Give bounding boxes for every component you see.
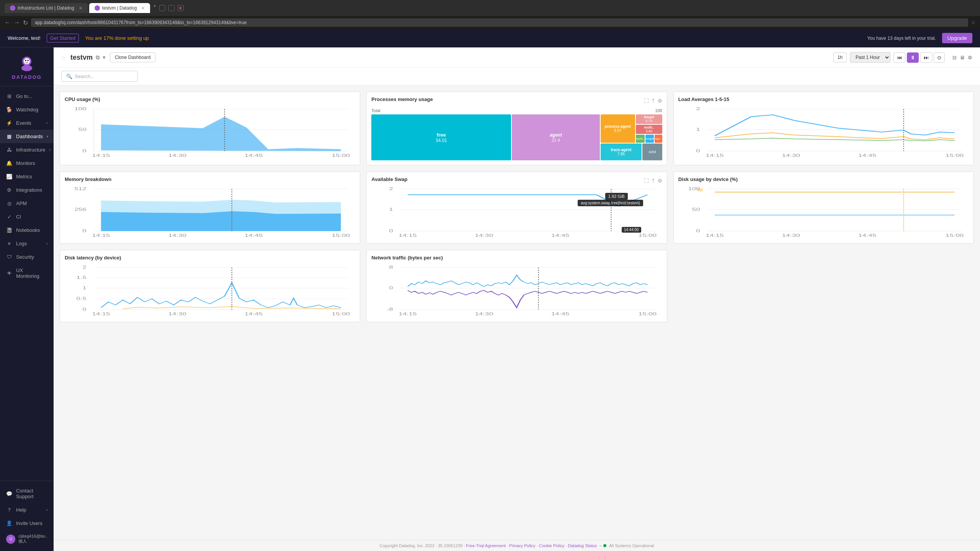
time-shortcut-button[interactable]: 1h (833, 52, 847, 62)
svg-text:14:15: 14:15 (399, 312, 417, 316)
svg-text:15:00: 15:00 (639, 312, 657, 316)
svg-text:50: 50 (78, 127, 87, 132)
svg-text:14:30: 14:30 (168, 312, 186, 316)
sidebar-item-notebooks[interactable]: 📓 Notebooks (0, 223, 54, 237)
forward-button[interactable]: → (14, 19, 20, 26)
view-icons: ⊟ 🖥 ⚙ (952, 55, 972, 60)
treemap-value-trace-agent: 7.86 (617, 152, 625, 156)
share-swap-icon[interactable]: ⇡ (651, 178, 655, 184)
sidebar-item-security[interactable]: 🛡 Security (0, 250, 54, 264)
sidebar-label-apm: APM (16, 201, 27, 206)
widget-available-swap: Available Swap ⛶ ⇡ ⚙ (366, 171, 667, 244)
sidebar-item-events[interactable]: ⚡ Events › (0, 116, 54, 130)
widget-processes-memory: Processes memory usage ⛶ ⇡ ⚙ Total 100 (366, 91, 667, 165)
sidebar-item-ux-monitoring[interactable]: 👁 UX Monitoring (0, 264, 54, 283)
search-icon: 🔍 (66, 73, 72, 79)
config-icon[interactable]: ⚙ (658, 98, 662, 104)
sidebar-label-metrics: Metrics (16, 174, 32, 179)
search-input[interactable]: 🔍 Search... (61, 71, 138, 82)
widget-chart-memory-breakdown[interactable]: 512 256 0 14:15 14:30 14:45 (65, 185, 355, 239)
monitor-view-icon[interactable]: 🖥 (960, 55, 965, 60)
sidebar-item-integrations[interactable]: ⚙ Integrations (0, 183, 54, 197)
sidebar-item-help[interactable]: ? Help › (0, 503, 54, 517)
widget-title-disk-usage: Disk usage by device (%) (678, 176, 969, 182)
sidebar-item-goto[interactable]: ⊞ Go to... (0, 90, 54, 103)
svg-text:1: 1 (82, 286, 87, 290)
footer-free-trial-link[interactable]: Free-Trial Agreement (466, 543, 506, 548)
topbar-setup-text: You are 17% done setting up (85, 35, 149, 41)
svg-text:14:30: 14:30 (168, 233, 186, 238)
svg-text:50: 50 (692, 207, 700, 212)
widget-chart-disk-latency[interactable]: 2 1.5 1 0.5 0 14:15 (65, 264, 355, 317)
close-button[interactable]: ✕ (178, 5, 184, 11)
bookmark-icon[interactable]: ☆ (971, 20, 975, 25)
expand-swap-icon[interactable]: ⛶ (644, 178, 649, 184)
sidebar-item-infrastructure[interactable]: 🖧 Infrastructure › (0, 143, 54, 156)
svg-text:14:45: 14:45 (245, 233, 263, 238)
events-chevron-icon: › (46, 121, 47, 125)
treemap-container: free 34.01 agent 21.4 (371, 114, 662, 160)
svg-text:8: 8 (389, 265, 394, 269)
footer-privacy-link[interactable]: Privacy Policy (509, 543, 535, 548)
sidebar-item-contact-support[interactable]: 💬 Contact Support (0, 484, 54, 503)
sidebar-item-invite-users[interactable]: 👤 Invite Users (0, 517, 54, 530)
settings-icon[interactable]: ⚙ (968, 55, 972, 60)
sidebar-item-logs[interactable]: ≡ Logs › (0, 237, 54, 250)
sidebar-item-watchdog[interactable]: 🐕 Watchdog (0, 103, 54, 116)
back-button[interactable]: ← (5, 19, 11, 26)
time-live-button[interactable]: ⊙ (934, 52, 945, 63)
star-icon[interactable]: ☆ (61, 55, 66, 60)
sidebar-label-invite-users: Invite Users (16, 520, 42, 526)
time-pause-button[interactable]: ⏸ (907, 52, 919, 63)
svg-text:14:45: 14:45 (245, 312, 263, 316)
widget-chart-available-swap[interactable]: 2 1 0 (371, 185, 662, 239)
address-bar[interactable] (31, 18, 968, 27)
config-swap-icon[interactable]: ⚙ (658, 178, 662, 184)
treemap-label-multi: multi.. (644, 126, 654, 129)
copy-icon[interactable]: ⧉ (96, 54, 100, 61)
tab-infrastructure[interactable]: Infrastructure List | Datadog ✕ (5, 3, 88, 13)
topbar-get-started[interactable]: Get Started (47, 34, 79, 42)
sidebar-item-ci[interactable]: ✓ CI (0, 210, 54, 223)
goto-icon: ⊞ (6, 93, 12, 99)
minimize-button[interactable]: — (159, 5, 165, 11)
grid-view-icon[interactable]: ⊟ (952, 55, 957, 60)
events-icon: ⚡ (6, 120, 12, 126)
dashboards-icon: ▦ (6, 134, 12, 139)
new-tab-button[interactable]: + (153, 3, 156, 13)
clone-dashboard-button[interactable]: Clone Dashboard (110, 52, 155, 62)
footer-cookie-link[interactable]: Cookie Policy (539, 543, 565, 548)
widget-title-available-swap: Available Swap (371, 176, 407, 182)
sidebar-item-monitors[interactable]: 🔔 Monitors (0, 156, 54, 170)
svg-text:14:30: 14:30 (475, 233, 493, 238)
tab-close-infrastructure[interactable]: ✕ (79, 6, 82, 11)
treemap-totals: Total 100 (371, 108, 662, 113)
browser-addressbar: ← → ↻ ☆ (0, 16, 980, 29)
widget-chart-cpu-usage[interactable]: 100 50 0 14:15 14:30 14:45 15:00 (65, 105, 355, 159)
dashboard-content: CPU usage (%) 100 50 0 (54, 85, 980, 540)
widget-chart-network-traffic[interactable]: 8 0 -8 14:15 14:30 14:45 (371, 264, 662, 317)
time-next-button[interactable]: ⏭ (920, 52, 932, 63)
expand-icon[interactable]: ⛶ (644, 98, 649, 104)
widget-chart-disk-usage[interactable]: 100 50 0 14:15 (678, 185, 969, 239)
tab-close-testvm[interactable]: ✕ (141, 6, 145, 11)
footer-status-link[interactable]: Datadog Status → (568, 543, 603, 548)
widget-load-averages: Load Averages 1-5-15 2 1 0 (673, 91, 974, 165)
sidebar-item-metrics[interactable]: 📈 Metrics (0, 170, 54, 183)
widget-chart-load-averages[interactable]: 2 1 0 14:15 14:30 (678, 105, 969, 159)
time-prev-button[interactable]: ⏮ (893, 52, 905, 63)
dropdown-icon[interactable]: ▾ (103, 54, 105, 60)
treemap-top-right-bottom: syste.. snapd sys.. (636, 135, 662, 143)
treemap-cell-sys: sys.. (655, 135, 662, 143)
maximize-button[interactable]: □ (168, 5, 175, 11)
swap-actions: ⛶ ⇡ ⚙ (644, 178, 662, 184)
tab-testvm[interactable]: testvm | Datadog ✕ (89, 3, 150, 13)
share-icon[interactable]: ⇡ (651, 98, 655, 104)
sidebar-item-dashboards[interactable]: ▦ Dashboards › (0, 130, 54, 143)
reload-button[interactable]: ↻ (23, 19, 28, 26)
disk-full-legend: full (697, 187, 703, 192)
sidebar-item-apm[interactable]: ◎ APM (0, 197, 54, 210)
treemap-value-free: 34.01 (436, 138, 447, 143)
upgrade-button[interactable]: Upgrade (942, 33, 972, 43)
time-range-select[interactable]: Past 1 Hour (850, 52, 890, 63)
